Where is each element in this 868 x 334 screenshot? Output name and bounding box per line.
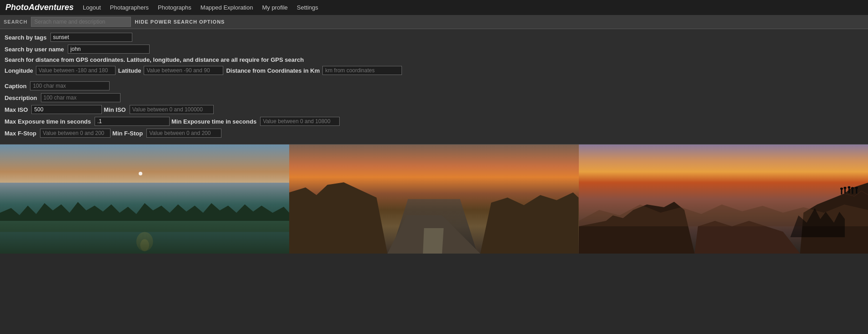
svg-rect-1 <box>0 232 289 254</box>
nav-photographs[interactable]: Photographs <box>158 4 191 11</box>
svg-rect-18 <box>852 189 853 194</box>
longitude-label: Longitude <box>5 67 33 74</box>
gps-row: Longitude Latitude Distance from Coordin… <box>5 66 863 75</box>
photo-card-1[interactable] <box>0 145 289 254</box>
distance-input[interactable] <box>322 66 402 75</box>
forest-silhouette <box>0 194 289 254</box>
min-exposure-label: Min Exposure time in seconds <box>171 118 256 125</box>
cliff-silhouette <box>579 172 868 254</box>
image-grid <box>0 145 868 254</box>
max-iso-input[interactable] <box>31 105 102 114</box>
min-iso-label: Min ISO <box>104 106 125 113</box>
nav-mapped-exploration[interactable]: Mapped Exploration <box>201 4 253 11</box>
latitude-label: Latitude <box>118 67 141 74</box>
username-label: Search by user name <box>5 46 64 53</box>
max-fstop-input[interactable] <box>40 129 110 138</box>
tags-input[interactable] <box>50 33 132 42</box>
svg-point-21 <box>855 187 858 189</box>
search-username-row: Search by user name <box>5 45 863 54</box>
svg-rect-16 <box>848 188 850 193</box>
svg-marker-5 <box>481 193 579 254</box>
max-fstop-label: Max F-Stop <box>5 130 36 137</box>
min-fstop-input[interactable] <box>146 129 221 138</box>
description-label: Description <box>5 95 37 101</box>
latitude-input[interactable] <box>144 66 223 75</box>
min-iso-input[interactable] <box>130 105 214 114</box>
exposure-row: Max Exposure time in seconds Min Exposur… <box>5 117 863 126</box>
username-input[interactable] <box>68 45 150 54</box>
svg-point-2 <box>136 232 153 251</box>
fstop-row: Max F-Stop Min F-Stop <box>5 129 863 138</box>
nav-settings[interactable]: Settings <box>297 4 318 11</box>
svg-point-15 <box>843 187 846 189</box>
description-input[interactable] <box>41 93 120 102</box>
rock-silhouette <box>289 177 578 254</box>
svg-rect-20 <box>856 189 857 194</box>
navbar: PhotoAdventures Logout Photagraphers Pho… <box>0 0 868 15</box>
max-exposure-label: Max Exposure time in seconds <box>5 118 91 125</box>
tags-label: Search by tags <box>5 34 47 41</box>
svg-point-13 <box>840 188 843 190</box>
max-exposure-input[interactable] <box>95 117 170 126</box>
photo-image-2 <box>289 145 578 254</box>
nav-photographers[interactable]: Photagraphers <box>110 4 149 11</box>
brand-logo: PhotoAdventures <box>5 3 74 12</box>
svg-point-19 <box>851 187 854 189</box>
caption-label: Caption <box>5 83 26 90</box>
svg-marker-7 <box>423 228 444 254</box>
svg-rect-14 <box>844 189 846 194</box>
max-iso-label: Max ISO <box>5 106 28 113</box>
iso-row: Max ISO Min ISO <box>5 105 863 114</box>
nav-my-profile[interactable]: My profile <box>262 4 287 11</box>
caption-row: Caption <box>5 81 863 90</box>
search-input[interactable] <box>31 17 131 27</box>
min-exposure-input[interactable] <box>260 117 340 126</box>
moon-element <box>139 172 142 175</box>
longitude-input[interactable] <box>36 66 115 75</box>
power-search-panel: Search by tags Search by user name Searc… <box>0 29 868 145</box>
svg-marker-4 <box>289 182 387 254</box>
svg-point-17 <box>848 186 850 189</box>
description-row: Description <box>5 93 863 102</box>
svg-rect-12 <box>841 189 842 194</box>
search-tags-row: Search by tags <box>5 33 863 42</box>
hide-power-search-button[interactable]: HIDE POWER SEARCH OPTIONS <box>135 19 225 25</box>
distance-label: Distance from Coordinates in Km <box>226 67 320 74</box>
svg-point-3 <box>140 239 149 251</box>
svg-marker-0 <box>0 202 289 254</box>
min-fstop-label: Min F-Stop <box>112 130 143 137</box>
photo-card-3[interactable] <box>579 145 868 254</box>
photo-card-2[interactable] <box>289 145 578 254</box>
nav-logout[interactable]: Logout <box>83 4 101 11</box>
search-bar: SEARCH HIDE POWER SEARCH OPTIONS <box>0 15 868 29</box>
search-label: SEARCH <box>4 19 27 25</box>
gps-note: Search for distance from GPS coordinates… <box>5 56 863 63</box>
photo-image-1 <box>0 145 289 254</box>
photo-image-3 <box>579 145 868 254</box>
caption-input[interactable] <box>30 81 110 90</box>
